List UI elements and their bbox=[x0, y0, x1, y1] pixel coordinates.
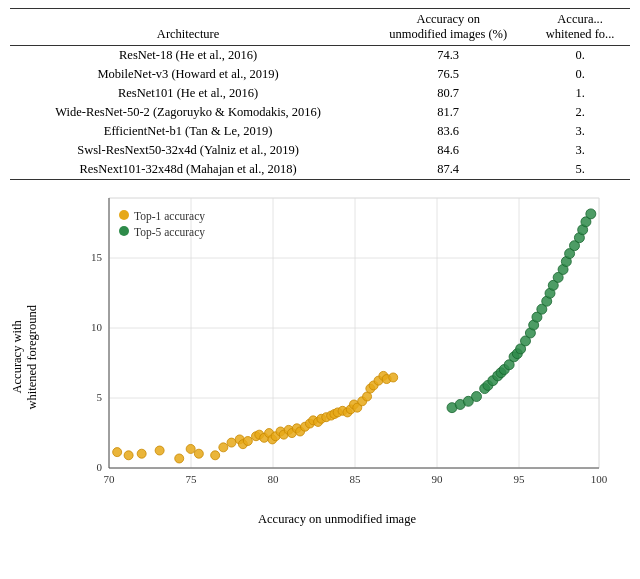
svg-text:15: 15 bbox=[91, 251, 103, 263]
x-axis-label: Accuracy on unmodified image bbox=[44, 512, 630, 527]
svg-text:95: 95 bbox=[514, 473, 526, 485]
acc-unmod-cell: 76.5 bbox=[366, 65, 530, 84]
top5-point bbox=[472, 392, 482, 402]
top1-point bbox=[194, 449, 203, 458]
acc-white-cell: 0. bbox=[530, 46, 630, 66]
svg-text:80: 80 bbox=[268, 473, 280, 485]
svg-text:10: 10 bbox=[91, 321, 103, 333]
acc-unmod-cell: 74.3 bbox=[366, 46, 530, 66]
y-axis-label: Accuracy with whitened foreground bbox=[10, 305, 40, 409]
svg-text:Top-1 accuracy: Top-1 accuracy bbox=[134, 210, 205, 223]
acc-white-cell: 5. bbox=[530, 160, 630, 180]
svg-text:70: 70 bbox=[104, 473, 116, 485]
svg-text:0: 0 bbox=[97, 461, 103, 473]
svg-text:75: 75 bbox=[186, 473, 198, 485]
top1-point bbox=[211, 451, 220, 460]
arch-cell: ResNext101-32x48d (Mahajan et al., 2018) bbox=[10, 160, 366, 180]
arch-cell: Swsl-ResNext50-32x4d (Yalniz et al., 201… bbox=[10, 141, 366, 160]
top1-point bbox=[243, 437, 252, 446]
acc-white-cell: 3. bbox=[530, 122, 630, 141]
acc-unmod-cell: 80.7 bbox=[366, 84, 530, 103]
acc-unmod-cell: 84.6 bbox=[366, 141, 530, 160]
col-header-architecture: Architecture bbox=[10, 9, 366, 46]
top5-point bbox=[586, 209, 596, 219]
table-row: ResNet-18 (He et al., 2016) 74.3 0. bbox=[10, 46, 630, 66]
arch-cell: ResNet-18 (He et al., 2016) bbox=[10, 46, 366, 66]
acc-white-cell: 3. bbox=[530, 141, 630, 160]
acc-white-cell: 0. bbox=[530, 65, 630, 84]
col-header-accuracy-whitened: Accura...whitened fo... bbox=[530, 9, 630, 46]
acc-unmod-cell: 83.6 bbox=[366, 122, 530, 141]
acc-white-cell: 1. bbox=[530, 84, 630, 103]
table-section: Architecture Accuracy onunmodified image… bbox=[0, 0, 640, 184]
results-table: Architecture Accuracy onunmodified image… bbox=[10, 8, 630, 180]
top1-point bbox=[124, 451, 133, 460]
top1-point bbox=[186, 444, 195, 453]
top1-point bbox=[113, 448, 122, 457]
arch-cell: MobileNet-v3 (Howard et al., 2019) bbox=[10, 65, 366, 84]
table-row: ResNext101-32x48d (Mahajan et al., 2018)… bbox=[10, 160, 630, 180]
acc-unmod-cell: 87.4 bbox=[366, 160, 530, 180]
arch-cell: ResNet101 (He et al., 2016) bbox=[10, 84, 366, 103]
top1-point bbox=[227, 438, 236, 447]
table-row: ResNet101 (He et al., 2016) 80.7 1. bbox=[10, 84, 630, 103]
table-row: Wide-ResNet-50-2 (Zagoruyko & Komodakis,… bbox=[10, 103, 630, 122]
top1-point bbox=[155, 446, 164, 455]
svg-text:5: 5 bbox=[97, 391, 103, 403]
chart-section: Accuracy with whitened foreground bbox=[0, 184, 640, 537]
top1-point bbox=[137, 449, 146, 458]
acc-unmod-cell: 81.7 bbox=[366, 103, 530, 122]
table-row: MobileNet-v3 (Howard et al., 2019) 76.5 … bbox=[10, 65, 630, 84]
table-row: EfficientNet-b1 (Tan & Le, 2019) 83.6 3. bbox=[10, 122, 630, 141]
top1-point bbox=[219, 443, 228, 452]
svg-text:Top-5 accuracy: Top-5 accuracy bbox=[134, 226, 205, 239]
top1-point bbox=[389, 373, 398, 382]
svg-text:85: 85 bbox=[350, 473, 362, 485]
svg-rect-27 bbox=[119, 210, 129, 220]
scatter-chart: 0 5 10 15 70 75 80 85 90 95 100 Top-1 ac… bbox=[64, 188, 619, 508]
acc-white-cell: 2. bbox=[530, 103, 630, 122]
col-header-accuracy-unmod: Accuracy onunmodified images (%) bbox=[366, 9, 530, 46]
svg-text:90: 90 bbox=[432, 473, 444, 485]
arch-cell: Wide-ResNet-50-2 (Zagoruyko & Komodakis,… bbox=[10, 103, 366, 122]
svg-text:100: 100 bbox=[591, 473, 608, 485]
svg-rect-29 bbox=[119, 226, 129, 236]
table-row: Swsl-ResNext50-32x4d (Yalniz et al., 201… bbox=[10, 141, 630, 160]
top1-point bbox=[175, 454, 184, 463]
arch-cell: EfficientNet-b1 (Tan & Le, 2019) bbox=[10, 122, 366, 141]
